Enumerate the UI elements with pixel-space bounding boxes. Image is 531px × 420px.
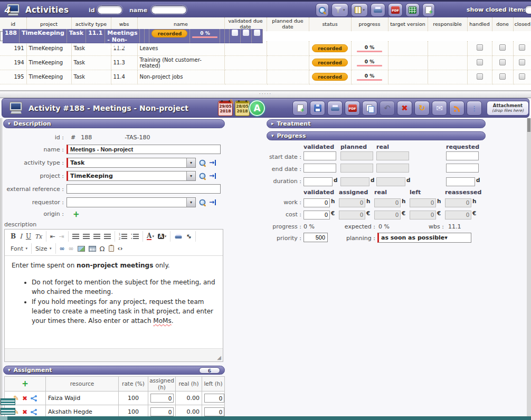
print-button[interactable]: [371, 3, 385, 17]
end-date-requested-input[interactable]: [446, 164, 479, 173]
source-button[interactable]: ‹›: [118, 245, 123, 252]
export-excel-button[interactable]: [405, 3, 420, 17]
size-select[interactable]: Size ▾: [35, 246, 52, 252]
chevron-down-icon[interactable]: ▾: [186, 171, 195, 180]
font-select[interactable]: Font ▾: [11, 246, 27, 252]
special-char-button[interactable]: Ω: [100, 245, 105, 252]
add-assignment-button[interactable]: +: [22, 379, 29, 388]
requestor-search-button[interactable]: [199, 199, 206, 206]
unlink-button[interactable]: ∞: [69, 245, 74, 252]
align-justify-button[interactable]: [104, 234, 111, 240]
name-input[interactable]: [67, 145, 221, 154]
col-header-target-version[interactable]: target version: [388, 17, 428, 31]
undo-button[interactable]: ↶: [380, 101, 395, 116]
end-date-validated-input[interactable]: [304, 164, 336, 173]
insert-image-button[interactable]: [78, 246, 85, 252]
add-origin-button[interactable]: +: [73, 211, 80, 217]
text-color-button[interactable]: A▾: [147, 233, 154, 240]
treatment-section-header[interactable]: ▸ Treatment: [267, 119, 486, 128]
due-date-calendar[interactable]: 29/052018 ✎: [218, 101, 233, 116]
bg-color-button[interactable]: A▾: [158, 234, 166, 239]
col-header-done[interactable]: done: [492, 17, 513, 31]
activity-type-goto-button[interactable]: →: [209, 160, 216, 166]
section-drag-handle[interactable]: [1, 398, 15, 405]
save-button[interactable]: [310, 101, 325, 116]
attachment-dropzone[interactable]: Attachment (drop files here): [487, 101, 529, 116]
done-checkbox[interactable]: [243, 30, 249, 36]
refresh-button[interactable]: ↻: [414, 101, 430, 116]
section-drag-handle[interactable]: [1, 408, 15, 415]
paste-button[interactable]: [109, 245, 114, 252]
activity-row-195[interactable]: 195 TimeKeeping Task 11.4 Non-project jo…: [0, 70, 531, 84]
assignment-section-header[interactable]: ▾ Assignment 6: [3, 366, 225, 375]
new-button[interactable]: +: [292, 101, 308, 116]
underline-button[interactable]: U: [26, 233, 31, 240]
bold-button[interactable]: B: [11, 233, 16, 240]
handled-checkbox[interactable]: [477, 44, 483, 51]
vertical-scrollbar[interactable]: [527, 118, 531, 416]
indent-button[interactable]: ⇥: [59, 233, 64, 240]
outdent-button[interactable]: ⇤: [50, 233, 55, 240]
col-header-planned-due-date[interactable]: planned due date: [267, 17, 309, 31]
done-checkbox[interactable]: [499, 59, 506, 65]
col-header-responsible[interactable]: responsible: [428, 17, 467, 31]
closed-checkbox[interactable]: [519, 73, 525, 80]
activity-row-188[interactable]: 188 TimeKeeping Task 11.1 Meetings - Non…: [0, 31, 129, 41]
resize-handle-icon[interactable]: ◢: [217, 355, 221, 360]
italic-button[interactable]: I: [20, 233, 22, 240]
filter-button[interactable]: ▾: [331, 3, 348, 17]
align-right-button[interactable]: [93, 234, 100, 240]
remove-format-button[interactable]: Tx: [35, 234, 42, 240]
col-header-status[interactable]: status: [309, 17, 351, 31]
rss-button[interactable]: [449, 101, 464, 116]
handled-checkbox[interactable]: [232, 30, 238, 36]
start-date-validated-input[interactable]: [304, 151, 336, 160]
numbered-list-button[interactable]: 12: [119, 232, 127, 241]
email-button[interactable]: ✉: [432, 101, 447, 116]
activity-type-search-button[interactable]: [199, 159, 206, 166]
left-resize-gutter[interactable]: [0, 118, 2, 416]
done-checkbox[interactable]: [499, 73, 506, 80]
export-pdf-button[interactable]: PDF: [345, 101, 360, 116]
activity-row-194[interactable]: 194 TimeKeeping Task 11.3 Training (Not …: [0, 55, 531, 70]
cost-validated-input[interactable]: [304, 211, 330, 219]
closed-checkbox[interactable]: [254, 30, 260, 36]
share-icon[interactable]: [31, 409, 37, 415]
col-header-closed[interactable]: closed: [513, 17, 531, 31]
activity-row-191[interactable]: 191 TimeKeeping Task 11.2 Leaves recorde…: [0, 41, 531, 55]
planning-select[interactable]: as soon as possible ▾: [377, 233, 471, 243]
maximize-button[interactable]: ↔: [185, 232, 193, 241]
chevron-down-icon[interactable]: ▾: [444, 234, 448, 241]
editor-print-button[interactable]: [174, 233, 183, 240]
progress-section-header[interactable]: ▾ Progress: [267, 131, 486, 140]
align-center-button[interactable]: [83, 234, 90, 240]
project-search-button[interactable]: [199, 173, 206, 179]
handled-checkbox[interactable]: [477, 59, 483, 65]
share-icon[interactable]: [31, 395, 37, 402]
done-checkbox[interactable]: [499, 44, 506, 51]
external-reference-input[interactable]: [67, 184, 221, 194]
insert-table-button[interactable]: [89, 246, 96, 252]
duration-validated-input[interactable]: [304, 177, 333, 186]
column-selector-button[interactable]: ▾: [351, 3, 368, 17]
align-left-button[interactable]: [72, 234, 79, 240]
col-header-handled[interactable]: handled: [467, 17, 492, 31]
print-button[interactable]: [327, 101, 343, 116]
assigned-input[interactable]: [150, 407, 174, 416]
copy-button[interactable]: [362, 101, 377, 116]
col-header-progress[interactable]: progress: [351, 17, 388, 31]
project-select[interactable]: TimeKeeping ▾: [67, 171, 196, 181]
delete-icon[interactable]: ✖: [22, 395, 27, 402]
id-filter-input[interactable]: [97, 5, 122, 14]
left-input[interactable]: [204, 407, 224, 416]
link-button[interactable]: ∞: [60, 245, 65, 252]
handled-checkbox[interactable]: [477, 73, 483, 80]
planned-date-calendar[interactable]: 28/052018: [235, 101, 250, 116]
requestor-goto-button[interactable]: →: [209, 199, 216, 205]
bullet-list-button[interactable]: ••: [131, 232, 139, 241]
chevron-down-icon[interactable]: ▾: [186, 158, 195, 167]
description-section-header[interactable]: ▾ Description: [3, 119, 225, 128]
delete-icon[interactable]: ✖: [22, 408, 27, 416]
project-goto-button[interactable]: →: [209, 173, 216, 179]
left-input[interactable]: [204, 394, 224, 403]
